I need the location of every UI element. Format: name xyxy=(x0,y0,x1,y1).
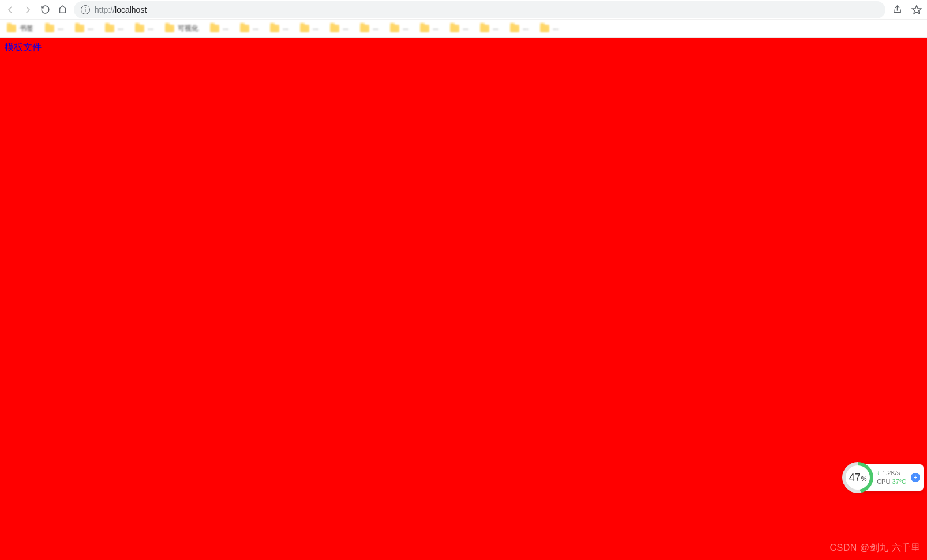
bookmark-label: 书签 xyxy=(20,24,33,33)
cpu-label: CPU xyxy=(877,478,890,485)
bookmark-item[interactable]: ··· xyxy=(540,25,558,33)
folder-icon xyxy=(210,25,219,32)
bookmark-item[interactable]: ··· xyxy=(510,25,528,33)
percent-number: 47 xyxy=(849,465,861,490)
download-arrow-icon: ↓ xyxy=(877,469,880,477)
url-scheme: http:// xyxy=(95,5,115,14)
cpu-temp-value: 37°C xyxy=(892,478,906,485)
bookmark-star-icon[interactable] xyxy=(911,4,922,16)
bookmark-item[interactable]: ··· xyxy=(240,25,258,33)
url-text: http://localhost xyxy=(95,5,147,14)
bookmark-item[interactable]: ··· xyxy=(420,25,438,33)
bookmark-label: ··· xyxy=(463,25,468,33)
bookmark-item[interactable]: ··· xyxy=(270,25,288,33)
folder-icon xyxy=(300,25,309,32)
bookmark-label: ··· xyxy=(58,25,63,33)
folder-icon xyxy=(7,25,16,32)
home-button[interactable] xyxy=(57,4,68,16)
back-button[interactable] xyxy=(5,4,16,16)
bookmark-item[interactable]: ··· xyxy=(135,25,153,33)
cpu-usage-ring: 47% xyxy=(842,462,873,493)
expand-plus-icon[interactable]: + xyxy=(911,473,920,482)
net-speed-value: 1.2K/s xyxy=(882,469,900,478)
forward-button[interactable] xyxy=(22,4,33,16)
network-speed: ↓ 1.2K/s xyxy=(877,469,906,478)
bookmark-item[interactable]: ··· xyxy=(210,25,228,33)
folder-icon xyxy=(510,25,519,32)
bookmark-label: 可视化 xyxy=(178,24,198,33)
bookmark-label: ··· xyxy=(403,25,408,33)
percent-symbol: % xyxy=(861,467,867,491)
bookmark-label: ··· xyxy=(118,25,123,33)
folder-icon xyxy=(420,25,429,32)
bookmark-label: ··· xyxy=(493,25,498,33)
bookmark-item[interactable]: ··· xyxy=(300,25,318,33)
bookmark-item[interactable]: 可视化 xyxy=(165,24,198,33)
folder-icon xyxy=(240,25,249,32)
cpu-temp-row: CPU 37°C xyxy=(877,478,906,486)
bookmark-item[interactable]: ··· xyxy=(75,25,93,33)
bookmark-item[interactable]: ··· xyxy=(360,25,378,33)
bookmark-label: ··· xyxy=(148,25,153,33)
toolbar-right-icons xyxy=(891,4,922,16)
folder-icon xyxy=(45,25,54,32)
watermark-text: CSDN @剑九 六千里 xyxy=(830,542,920,554)
bookmark-item[interactable]: 书签 xyxy=(7,24,33,33)
svg-marker-0 xyxy=(913,5,921,13)
folder-icon xyxy=(480,25,489,32)
folder-icon xyxy=(135,25,144,32)
bookmark-label: ··· xyxy=(343,25,348,33)
bookmark-item[interactable]: ··· xyxy=(480,25,498,33)
bookmark-label: ··· xyxy=(88,25,93,33)
folder-icon xyxy=(75,25,84,32)
bookmark-label: ··· xyxy=(223,25,228,33)
folder-icon xyxy=(165,25,174,32)
bookmarks-bar: 书签 ··· ··· ··· ··· 可视化 ··· ··· ··· ··· ·… xyxy=(0,20,927,38)
bookmark-label: ··· xyxy=(373,25,378,33)
url-host: localhost xyxy=(115,5,147,14)
system-monitor-widget[interactable]: 47% ↓ 1.2K/s CPU 37°C + xyxy=(845,464,924,491)
page-content: 模板文件 xyxy=(0,38,927,560)
bookmark-label: ··· xyxy=(523,25,528,33)
bookmark-item[interactable]: ··· xyxy=(105,25,123,33)
sysmon-stats: ↓ 1.2K/s CPU 37°C xyxy=(873,469,911,487)
folder-icon xyxy=(360,25,369,32)
folder-icon xyxy=(390,25,399,32)
bookmark-label: ··· xyxy=(283,25,288,33)
folder-icon xyxy=(450,25,459,32)
reload-button[interactable] xyxy=(39,4,51,16)
browser-toolbar: i http://localhost xyxy=(0,0,927,20)
bookmark-label: ··· xyxy=(553,25,558,33)
bookmark-label: ··· xyxy=(433,25,438,33)
site-info-icon[interactable]: i xyxy=(81,5,90,14)
folder-icon xyxy=(270,25,279,32)
bookmark-item[interactable]: ··· xyxy=(390,25,408,33)
share-icon[interactable] xyxy=(891,4,903,16)
address-bar[interactable]: i http://localhost xyxy=(74,1,885,18)
bookmark-item[interactable]: ··· xyxy=(45,25,63,33)
bookmark-item[interactable]: ··· xyxy=(450,25,468,33)
bookmark-label: ··· xyxy=(253,25,258,33)
template-file-link[interactable]: 模板文件 xyxy=(5,42,42,54)
folder-icon xyxy=(330,25,339,32)
cpu-usage-value: 47% xyxy=(846,465,870,490)
folder-icon xyxy=(105,25,114,32)
bookmark-label: ··· xyxy=(313,25,318,33)
bookmark-item[interactable]: ··· xyxy=(330,25,348,33)
folder-icon xyxy=(540,25,549,32)
